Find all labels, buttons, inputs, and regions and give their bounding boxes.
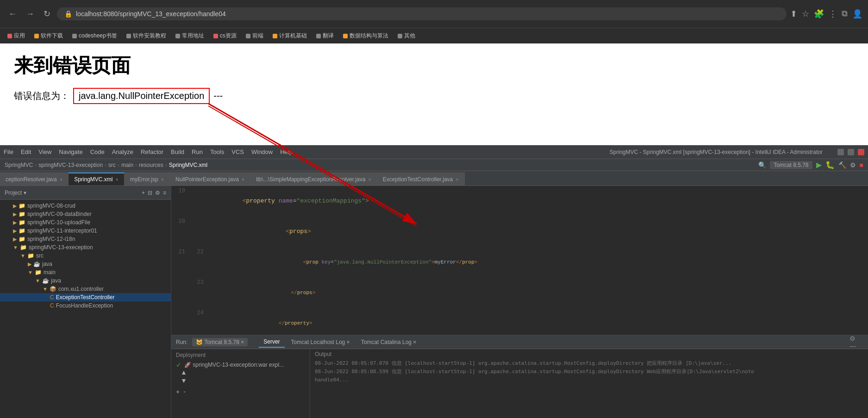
bookmark-cs-base[interactable]: 计算机基础 [269, 31, 311, 41]
menu-run[interactable]: Run [192, 148, 203, 155]
tomcat-run-label[interactable]: 🐱 Tomcat 8.5.78 × [192, 338, 248, 346]
extensions-icon[interactable]: 🧩 [814, 9, 824, 19]
menu-build[interactable]: Build [171, 148, 184, 155]
bookmark-translate[interactable]: 翻译 [312, 31, 337, 41]
tree-item-src[interactable]: ▼ 📁 src [0, 252, 171, 260]
bookmark-other[interactable]: 其他 [394, 31, 419, 41]
refresh-button[interactable]: ↻ [41, 7, 53, 21]
bookmark-cs[interactable]: cs资源 [210, 31, 240, 41]
window-icon[interactable]: ⧉ [842, 9, 848, 19]
minimize-button[interactable] [837, 149, 844, 155]
menu-view[interactable]: View [38, 148, 51, 155]
scroll-down-arrow[interactable]: ▼ [181, 377, 305, 384]
menu-analyze[interactable]: Analyze [112, 148, 133, 155]
settings-icon[interactable]: ⚙ [850, 161, 856, 169]
close-tab-icon[interactable]: × [116, 177, 119, 182]
maximize-button[interactable] [848, 149, 854, 155]
menu-edit[interactable]: Edit [21, 148, 31, 155]
path-main[interactable]: main [121, 162, 133, 168]
url-text: localhost:8080/springMVC_13_exeception/h… [76, 10, 226, 18]
scroll-up-arrow[interactable]: ▲ [181, 369, 305, 376]
stop-icon[interactable]: ■ [860, 161, 863, 169]
tab-simple-mapping[interactable]: lib\...\SimpleMappingExceptionResolver.j… [250, 172, 377, 185]
bookmark-algo[interactable]: 数据结构与算法 [339, 31, 392, 41]
search-icon[interactable]: 🔍 [758, 161, 766, 169]
path-src[interactable]: src [108, 162, 116, 168]
tree-item-crud[interactable]: ▶ 📁 springMVC-08-crud [0, 202, 171, 210]
tab-nullpointer[interactable]: NullPointerException.java × [170, 172, 250, 185]
tree-item-controller-pkg[interactable]: ▼ 📦 com.xu1.controller [0, 285, 171, 293]
tree-item-i18n[interactable]: ▶ 📁 springMVC-12-i18n [0, 235, 171, 243]
add-deploy-icon[interactable]: + [176, 388, 180, 395]
bookmark-software[interactable]: 软件下载 [31, 31, 67, 41]
menu-help[interactable]: Help [280, 148, 293, 155]
build-icon[interactable]: 🔨 [838, 161, 846, 169]
menu-window[interactable]: Window [251, 148, 273, 155]
menu-icon[interactable]: ⋮ [829, 9, 837, 19]
close-tab-icon[interactable]: × [242, 177, 244, 182]
forward-button[interactable]: → [23, 7, 37, 21]
share-icon[interactable]: ⬆ [790, 9, 797, 19]
browser-actions: ⬆ ☆ 🧩 ⋮ ⧉ 👤 [790, 9, 862, 19]
tab-server[interactable]: Server [259, 337, 284, 348]
remove-deploy-icon[interactable]: - [183, 388, 186, 395]
tree-item-exception[interactable]: ▼ 📁 springMVC-13-exeception [0, 243, 171, 252]
bookmark-address[interactable]: 常用地址 [172, 31, 208, 41]
menu-refactor[interactable]: Refactor [141, 148, 163, 155]
profile-icon[interactable]: 👤 [852, 9, 862, 19]
tree-item-focus-handler[interactable]: C FocusHandleException [0, 301, 171, 310]
menu-code[interactable]: Code [90, 148, 105, 155]
tab-myerror-jsp[interactable]: myError.jsp × [125, 172, 170, 185]
bookmark-apps[interactable]: 应用 [4, 31, 29, 41]
tree-item-databinder[interactable]: ▶ 📁 springMVC-09-dataBinder [0, 210, 171, 218]
error-info: 错误信息为： java.lang.NullPointerException --… [14, 88, 854, 104]
tab-label: NullPointerException.java [175, 176, 239, 183]
url-bar[interactable]: 🔒 localhost:8080/springMVC_13_exeception… [57, 7, 787, 20]
bottom-toolbar[interactable]: ⚙ — [849, 335, 863, 350]
close-tab-icon[interactable]: × [161, 177, 164, 182]
bookmark-install[interactable]: 软件安装教程 [123, 31, 170, 41]
bookmark-frontend[interactable]: 前端 [242, 31, 267, 41]
collapse-icon[interactable]: ⊟ [148, 190, 152, 196]
menu-tools[interactable]: Tools [210, 148, 224, 155]
code-line-22: 22 <prop key="java.lang.NullPointerExcep… [190, 247, 199, 277]
run-icon[interactable]: ▶ [816, 160, 822, 169]
tree-item-main[interactable]: ▼ 📁 main [0, 268, 171, 277]
path-file[interactable]: SpringMVC.xml [169, 162, 207, 168]
tree-item-upload[interactable]: ▶ 📁 springMVC-10-uploadFile [0, 218, 171, 227]
gear-icon[interactable]: ⚙ [155, 190, 160, 196]
ide-main-area: Project ▾ + ⊟ ⚙ ≡ ▶ 📁 springMVC-08-crud [0, 186, 868, 418]
tree-item-java-root[interactable]: ▶ ☕ java [0, 260, 171, 268]
close-tab-icon[interactable]: × [456, 177, 458, 182]
menu-navigate[interactable]: Navigate [59, 148, 82, 155]
tab-exception-controller[interactable]: ExceptionTestController.java × [377, 172, 465, 185]
close-tab-icon[interactable]: × [60, 177, 62, 182]
output-label: Output [315, 351, 863, 357]
tree-item-java[interactable]: ▼ ☕ java [0, 277, 171, 285]
bookmark-icon[interactable]: ☆ [802, 9, 809, 19]
menu-vcs[interactable]: VCS [231, 148, 244, 155]
tab-catalina-log[interactable]: Tomcat Catalina Log × [356, 337, 421, 347]
error-label: 错误信息为： [14, 90, 69, 102]
tomcat-indicator[interactable]: Tomcat 8.5.78 [770, 161, 812, 169]
code-content[interactable]: 19 <property name="exceptionMappings"> 2… [171, 186, 868, 335]
project-label: Project ▾ [5, 190, 26, 196]
path-resources[interactable]: resources [139, 162, 163, 168]
close-button[interactable] [858, 149, 864, 155]
tab-localhost-log[interactable]: Tomcat Localhost Log × [287, 337, 355, 347]
back-button[interactable]: ← [6, 7, 19, 21]
path-springmvc[interactable]: SpringMVC [5, 162, 33, 168]
tab-cept-resolver[interactable]: ceptionResolver.java × [0, 172, 69, 185]
debug-icon[interactable]: 🐛 [825, 160, 835, 169]
deploy-scroll-arrows: ▲ ▼ [181, 369, 305, 384]
settings-icon[interactable]: ≡ [163, 190, 166, 196]
tab-springmvc-xml[interactable]: SpringMVC.xml × [69, 172, 125, 185]
close-tab-icon[interactable]: × [368, 177, 371, 182]
add-icon[interactable]: + [142, 190, 145, 196]
tree-item-interceptor[interactable]: ▶ 📁 springMVC-11-interceptor01 [0, 227, 171, 235]
lock-icon: 🔒 [64, 10, 72, 18]
bookmark-codesheep[interactable]: codesheep书签 [69, 31, 121, 41]
menu-file[interactable]: File [4, 148, 13, 155]
tree-item-exception-controller[interactable]: C ExceptionTestController [0, 293, 171, 301]
path-project[interactable]: springMVC-13-exeception [38, 162, 103, 168]
